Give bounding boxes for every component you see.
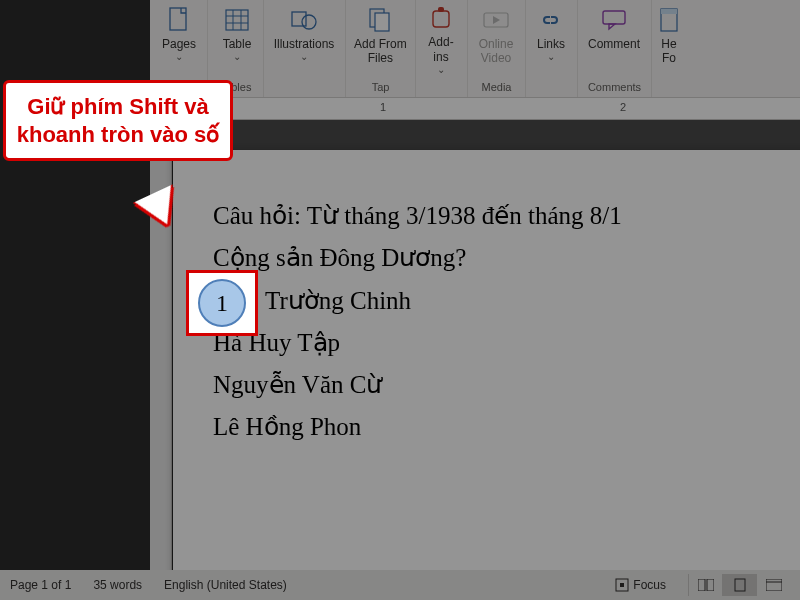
online-video-label: Online Video bbox=[479, 37, 514, 66]
page-icon bbox=[165, 6, 193, 34]
doc-line-answer-4[interactable]: Lê Hồng Phon bbox=[213, 409, 800, 445]
web-layout-button[interactable] bbox=[756, 574, 790, 596]
comment-label: Comment bbox=[588, 37, 640, 51]
svg-rect-11 bbox=[438, 7, 444, 12]
header-icon bbox=[655, 6, 683, 34]
ribbon: Pages ⌄ Pages Table ⌄ Tables Illustratio bbox=[150, 0, 800, 98]
addins-label: Add- ins bbox=[428, 35, 453, 64]
links-label: Links bbox=[537, 37, 565, 51]
table-label: Table bbox=[223, 37, 252, 51]
svg-rect-21 bbox=[707, 579, 714, 591]
table-button[interactable]: Table ⌄ bbox=[208, 0, 266, 77]
highlight-target: 1 bbox=[186, 270, 258, 336]
svg-rect-1 bbox=[226, 10, 248, 30]
svg-rect-22 bbox=[735, 579, 745, 591]
circled-number-value: 1 bbox=[216, 290, 228, 317]
illustrations-button[interactable]: Illustrations ⌄ bbox=[264, 0, 344, 77]
chevron-down-icon: ⌄ bbox=[300, 51, 308, 63]
illustrations-label: Illustrations bbox=[274, 37, 335, 51]
document-scroll-area[interactable]: Câu hỏi: Từ tháng 3/1938 đến tháng 8/1 C… bbox=[173, 120, 800, 570]
svg-point-7 bbox=[302, 15, 316, 29]
chevron-down-icon: ⌄ bbox=[547, 51, 555, 63]
svg-rect-6 bbox=[292, 12, 306, 26]
svg-marker-15 bbox=[609, 24, 615, 29]
svg-rect-14 bbox=[603, 11, 625, 24]
svg-rect-0 bbox=[170, 8, 186, 30]
group-label-illustrations bbox=[264, 77, 345, 97]
header-footer-button[interactable]: He Fo bbox=[652, 0, 682, 77]
instruction-callout: Giữ phím Shift và khoanh tròn vào số bbox=[3, 80, 233, 161]
page-layout-icon bbox=[733, 578, 747, 592]
web-icon bbox=[766, 579, 782, 591]
group-label-comments: Comments bbox=[578, 77, 651, 97]
doc-line-question[interactable]: Câu hỏi: Từ tháng 3/1938 đến tháng 8/1 bbox=[213, 198, 800, 234]
online-video-button: Online Video bbox=[468, 0, 524, 77]
addins-button[interactable]: Add- ins ⌄ bbox=[416, 0, 466, 78]
doc-line-answer-3[interactable]: Nguyễn Văn Cừ bbox=[213, 367, 800, 403]
file-add-icon bbox=[366, 6, 394, 34]
circled-number-shape[interactable]: 1 bbox=[198, 279, 246, 327]
svg-rect-23 bbox=[766, 579, 782, 591]
svg-rect-20 bbox=[698, 579, 705, 591]
link-icon bbox=[537, 6, 565, 34]
document-page[interactable]: Câu hỏi: Từ tháng 3/1938 đến tháng 8/1 C… bbox=[173, 150, 800, 600]
doc-line-question2[interactable]: Cộng sản Đông Dương? bbox=[213, 240, 800, 276]
svg-rect-19 bbox=[620, 583, 624, 587]
comment-icon bbox=[600, 6, 628, 34]
shapes-icon bbox=[290, 6, 318, 34]
pages-label: Pages bbox=[162, 37, 196, 51]
header-footer-label: He Fo bbox=[661, 37, 676, 66]
print-layout-button[interactable] bbox=[722, 574, 756, 596]
status-words[interactable]: 35 words bbox=[93, 578, 142, 592]
chevron-down-icon: ⌄ bbox=[233, 51, 241, 63]
read-mode-button[interactable] bbox=[688, 574, 722, 596]
status-bar: Page 1 of 1 35 words English (United Sta… bbox=[0, 570, 800, 600]
add-from-files-label: Add From Files bbox=[354, 37, 407, 66]
group-label-media: Media bbox=[468, 77, 525, 97]
links-button[interactable]: Links ⌄ bbox=[526, 0, 576, 77]
focus-mode-button[interactable]: Focus bbox=[615, 578, 666, 592]
horizontal-ruler[interactable]: 1 2 bbox=[150, 98, 800, 120]
focus-icon bbox=[615, 578, 629, 592]
add-from-files-button[interactable]: Add From Files bbox=[346, 0, 415, 77]
chevron-down-icon: ⌄ bbox=[437, 64, 445, 76]
doc-line-answer-1[interactable]: Trường Chinh bbox=[213, 283, 800, 319]
doc-line-answer-2[interactable]: Hà Huy Tập bbox=[213, 325, 800, 361]
svg-rect-9 bbox=[375, 13, 389, 31]
chevron-down-icon: ⌄ bbox=[175, 51, 183, 63]
svg-rect-17 bbox=[661, 9, 677, 14]
addins-icon bbox=[427, 6, 455, 32]
ruler-mark: 1 bbox=[380, 101, 386, 113]
table-icon bbox=[223, 6, 251, 34]
svg-rect-10 bbox=[433, 11, 449, 27]
status-page[interactable]: Page 1 of 1 bbox=[10, 578, 71, 592]
callout-text: Giữ phím Shift và khoanh tròn vào số bbox=[17, 94, 219, 147]
group-label-tap: Tap bbox=[346, 77, 415, 97]
video-icon bbox=[482, 6, 510, 34]
svg-marker-13 bbox=[493, 16, 500, 24]
pages-button[interactable]: Pages ⌄ bbox=[150, 0, 208, 77]
ruler-mark: 2 bbox=[620, 101, 626, 113]
book-icon bbox=[698, 579, 714, 591]
comment-button[interactable]: Comment bbox=[578, 0, 650, 77]
view-buttons bbox=[688, 574, 790, 596]
status-language[interactable]: English (United States) bbox=[164, 578, 287, 592]
